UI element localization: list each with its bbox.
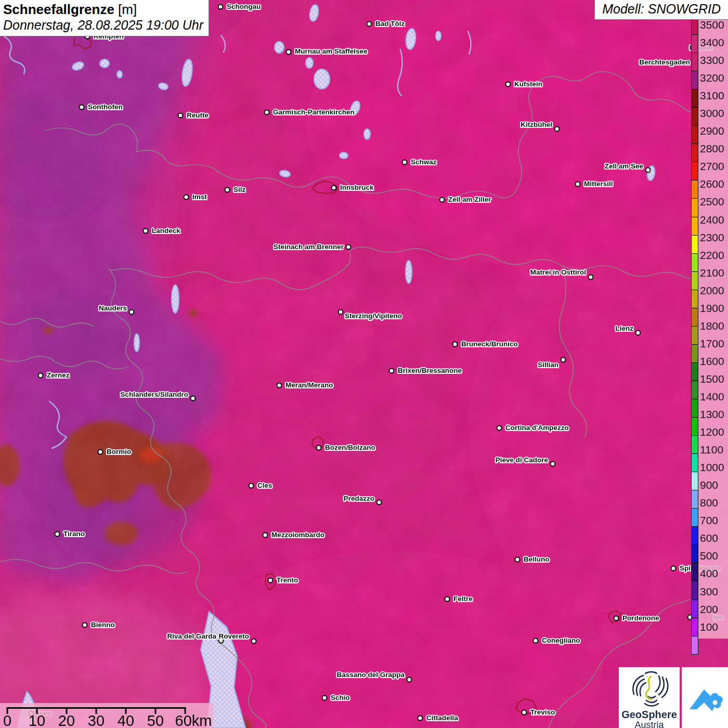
legend-cell — [692, 490, 698, 509]
city-label: Reutte — [187, 112, 209, 119]
scalebar-label: 10 — [29, 712, 45, 728]
legend-label: 2400 — [700, 211, 724, 229]
city-label: Bruneck/Brunico — [461, 341, 518, 348]
legend-label: 3100 — [700, 87, 724, 105]
city-label: Riva del Garda — [167, 633, 216, 640]
legend-label: 700 — [700, 512, 724, 529]
legend-label: 1000 — [700, 459, 724, 476]
city-marker — [322, 695, 328, 701]
city-marker — [251, 639, 257, 644]
scalebar-label: 60km — [175, 712, 212, 728]
city-marker — [277, 383, 282, 388]
city-label: Steinach am Brenner — [274, 243, 344, 251]
city-marker — [671, 566, 677, 571]
legend-cell — [692, 53, 698, 71]
city-label: Lienz — [615, 325, 633, 332]
city-marker — [316, 445, 322, 451]
legend-label: 100 — [700, 618, 724, 636]
city-label: Sonthofen — [88, 103, 123, 111]
legend-label: 900 — [700, 476, 724, 494]
legend-cell — [692, 600, 698, 618]
distance-scalebar: 0102030405060km — [0, 703, 213, 728]
city-label: Bozen/Bolzano — [325, 444, 375, 451]
legend-cell — [692, 199, 698, 217]
legend-cell — [692, 345, 698, 363]
legend-cell — [692, 254, 698, 272]
legend-label: 2000 — [700, 282, 724, 300]
legend-label: 400 — [700, 565, 724, 582]
geosphere-logo-subtext: Austria — [619, 720, 680, 728]
city-label: Meran/Merano — [285, 382, 333, 389]
city-marker — [389, 368, 395, 374]
city-label: Zernez — [47, 372, 70, 379]
legend-label: 1200 — [700, 423, 724, 441]
title-text: Schneefallgrenze — [3, 2, 114, 17]
legend-label: 2700 — [700, 158, 724, 175]
city-label: Innsbruck — [340, 184, 374, 191]
city-marker — [418, 716, 423, 721]
city-marker — [533, 638, 539, 644]
title-unit: [m] — [118, 2, 137, 17]
city-label: Pordenone — [622, 615, 659, 622]
scalebar-label: 40 — [118, 712, 134, 728]
legend-label: 3400 — [700, 34, 724, 51]
legend-cell — [692, 472, 698, 490]
city-marker — [79, 105, 85, 110]
legend-cell — [692, 180, 698, 199]
city-marker — [264, 110, 270, 115]
page-title: Schneefallgrenze [m] — [3, 2, 203, 18]
legend-cell — [692, 272, 698, 290]
city-label: Schlanders/Silandro — [120, 391, 188, 398]
legend-label: 300 — [700, 583, 724, 601]
city-marker — [407, 677, 412, 683]
city-label: Berchtesgaden — [639, 59, 690, 66]
city-marker — [249, 483, 254, 489]
legend-cell — [692, 71, 698, 89]
avalanche-report-mountain-icon — [686, 679, 724, 717]
city-label: Sterzing/Vipiteno — [345, 313, 402, 320]
legend-cell — [692, 545, 698, 563]
city-marker — [143, 228, 149, 234]
city-label: Predazzo — [344, 495, 374, 502]
legend-cell — [692, 108, 698, 126]
weather-map-stage: HalleinSpilimbergoipoIseo SchongauBad Tö… — [0, 0, 728, 728]
city-label: Zell am See — [605, 163, 643, 170]
city-marker — [522, 710, 527, 716]
legend-label: 1300 — [700, 406, 724, 423]
legend-cell — [692, 509, 698, 527]
city-label: Landeck — [152, 227, 180, 235]
city-label: Matrei in Osttirol — [530, 269, 586, 276]
city-label: Feltre — [453, 595, 473, 603]
city-label: Rovereto — [218, 633, 249, 640]
legend-label: 2500 — [700, 193, 724, 211]
legend-label: 2900 — [700, 122, 724, 140]
city-marker — [505, 82, 511, 87]
scalebar-label: 0 — [3, 712, 11, 728]
city-label: Cles — [257, 482, 272, 489]
city-marker — [575, 181, 581, 187]
city-label: Murnau am Staffelsee — [295, 48, 368, 55]
legend-cell — [692, 308, 698, 327]
city-label: Conegliano — [542, 637, 580, 644]
legend-label: 1700 — [700, 335, 724, 353]
city-label: Brixen/Bressanone — [398, 367, 462, 374]
title-box: Schneefallgrenze [m] Donnerstag, 28.08.2… — [0, 0, 209, 36]
legend-cell — [692, 418, 698, 436]
legend-cell — [692, 581, 698, 600]
legend-label: 500 — [700, 547, 724, 565]
city-marker — [452, 342, 458, 347]
legend-label: 2800 — [700, 140, 724, 158]
city-label: Bad Tölz — [375, 20, 405, 28]
scalebar-label: 30 — [88, 712, 105, 728]
city-marker — [338, 309, 344, 315]
city-label: Kitzbühel — [521, 121, 552, 128]
legend-label: 1800 — [700, 317, 724, 335]
city-marker — [55, 531, 60, 537]
legend-cell — [692, 236, 698, 254]
city-marker — [263, 532, 268, 538]
city-label: Cortina d'Ampezzo — [505, 424, 569, 432]
city-marker — [635, 330, 641, 336]
legend-label: 2300 — [700, 229, 724, 246]
city-marker — [614, 616, 619, 621]
legend-cell — [692, 144, 698, 162]
